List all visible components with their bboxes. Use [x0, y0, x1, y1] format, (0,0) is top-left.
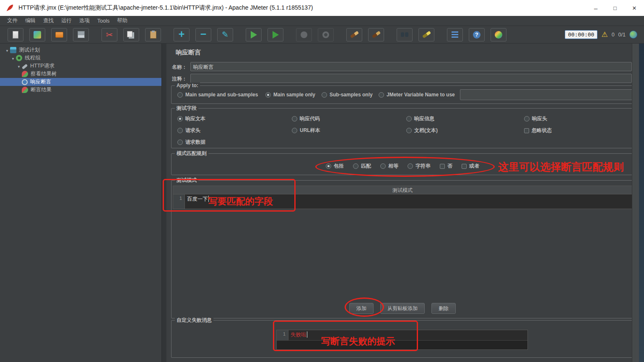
jmeter-variable-input[interactable] — [460, 89, 634, 100]
function-helper-button[interactable] — [447, 28, 463, 41]
pattern-row[interactable]: 1 百度一下 — [173, 194, 632, 209]
view-results-tree-icon — [22, 71, 28, 77]
desktop-edge — [639, 44, 644, 362]
page-title: 响应断言 — [176, 49, 201, 57]
radio-icon — [406, 116, 412, 122]
tree-item-test-plan[interactable]: 测试计划 — [0, 46, 161, 54]
radio-main-sample-and-subsamples[interactable]: Main sample and sub-samples — [177, 92, 258, 98]
play-icon — [251, 31, 257, 39]
about-button[interactable] — [491, 28, 506, 41]
pattern-cell[interactable]: 百度一下 — [185, 194, 632, 209]
comment-input[interactable] — [190, 74, 632, 83]
checkbox-or[interactable]: 或者 — [462, 163, 479, 170]
clear-all-button[interactable] — [368, 28, 384, 41]
response-assertion-icon — [22, 79, 28, 85]
toggle-element-button[interactable] — [217, 28, 233, 41]
radio-checked-icon — [326, 163, 331, 169]
radio-url-sampled[interactable]: URL样本 — [292, 127, 320, 134]
templates-button[interactable] — [29, 28, 45, 41]
outer-scrollbar[interactable] — [636, 44, 639, 362]
menu-edit[interactable]: 编辑 — [21, 16, 39, 25]
reset-search-button[interactable] — [418, 28, 434, 41]
play-no-pauses-icon — [273, 31, 279, 39]
title-bar: HTTP请求.jmx (E:\jmeter性能测试工具\apache-jmete… — [0, 0, 644, 16]
apply-to-legend: Apply to: — [175, 83, 200, 88]
checkbox-ignore-status[interactable]: 忽略状态 — [524, 127, 552, 134]
expand-arrow-icon[interactable] — [4, 47, 10, 53]
patterns-table: 测试模式 1 百度一下 — [173, 186, 632, 209]
menu-run[interactable]: 运行 — [57, 16, 75, 25]
save-button[interactable] — [73, 28, 89, 41]
radio-sub-samples-only[interactable]: Sub-samples only — [322, 92, 373, 98]
copy-icon — [127, 31, 132, 37]
menu-file[interactable]: 文件 — [3, 16, 21, 25]
failure-message-cell[interactable]: 失败啦 — [288, 330, 527, 340]
menu-search[interactable]: 查找 — [39, 16, 57, 25]
cut-button[interactable] — [101, 28, 117, 41]
jmeter-feather-icon — [5, 3, 14, 13]
delete-button[interactable]: 删除 — [431, 303, 456, 314]
radio-request-data[interactable]: 请求数据 — [177, 139, 205, 146]
expand-arrow-icon[interactable] — [10, 55, 16, 61]
paste-button[interactable] — [145, 28, 161, 41]
stop-button[interactable] — [296, 28, 312, 41]
save-icon — [78, 31, 85, 38]
expand-all-button[interactable] — [174, 28, 190, 41]
add-button[interactable]: 添加 — [349, 303, 374, 314]
new-file-button[interactable] — [8, 28, 23, 41]
radio-matches[interactable]: 匹配 — [353, 163, 371, 170]
tree-item-thread-group[interactable]: 线程组 — [0, 54, 161, 62]
warning-icon[interactable] — [601, 30, 608, 39]
checkbox-not[interactable]: 否 — [440, 163, 452, 170]
radio-response-text[interactable]: 响应文本 — [177, 115, 205, 122]
radio-substring[interactable]: 字符串 — [408, 163, 431, 170]
minimize-button[interactable] — [586, 0, 605, 16]
clear-button[interactable] — [346, 28, 362, 41]
main-scrollbar[interactable] — [632, 44, 636, 362]
radio-response-message[interactable]: 响应信息 — [406, 115, 434, 122]
radio-jmeter-variable[interactable]: JMeter Variable Name to use — [379, 92, 455, 98]
menu-options[interactable]: 选项 — [75, 16, 93, 25]
search-button[interactable] — [397, 28, 413, 41]
close-button[interactable] — [625, 0, 644, 16]
remote-globe-icon[interactable] — [629, 31, 637, 39]
menu-bar: 文件 编辑 查找 运行 选项 Tools 帮助 — [0, 16, 644, 26]
menu-tools[interactable]: Tools — [93, 17, 113, 25]
toolbar-status-cluster: 00:00:00 0 0/1 — [565, 30, 644, 39]
collapse-all-button[interactable] — [195, 28, 211, 41]
response-assertion-panel: 响应断言 名称： 响应断言 注释： Apply to: Main sample … — [166, 44, 636, 362]
radio-contains[interactable]: 包括 — [326, 163, 344, 170]
tree-item-response-assertion[interactable]: 响应断言 — [0, 78, 161, 86]
start-no-pauses-button[interactable] — [267, 28, 283, 41]
radio-document-text[interactable]: 文档(文本) — [406, 127, 438, 134]
radio-request-headers[interactable]: 请求头 — [177, 127, 200, 134]
http-request-icon — [22, 64, 28, 70]
radio-response-code[interactable]: 响应代码 — [292, 115, 320, 122]
add-from-clipboard-button[interactable]: 从剪贴板添加 — [380, 303, 425, 314]
tree-item-assertion-results[interactable]: 断言结果 — [0, 86, 161, 94]
radio-equals[interactable]: 相等 — [380, 163, 398, 170]
radio-icon — [322, 92, 327, 98]
main-toolbar: 00:00:00 0 0/1 — [0, 26, 644, 44]
start-button[interactable] — [246, 28, 262, 41]
tree-item-view-results-tree[interactable]: 察看结果树 — [0, 70, 161, 78]
radio-response-headers[interactable]: 响应头 — [524, 115, 547, 122]
reset-search-icon — [422, 31, 431, 39]
failure-empty-row[interactable] — [277, 340, 527, 349]
tree-main-splitter[interactable] — [162, 44, 166, 362]
patterns-table-header[interactable]: 测试模式 — [173, 186, 632, 194]
failure-row[interactable]: 1 失败啦 — [277, 330, 527, 340]
shutdown-button[interactable] — [318, 28, 334, 41]
radio-icon — [177, 92, 183, 98]
copy-button[interactable] — [123, 28, 139, 41]
name-input[interactable]: 响应断言 — [190, 62, 632, 71]
assertion-results-icon — [22, 87, 28, 93]
open-file-button[interactable] — [51, 28, 67, 41]
maximize-button[interactable] — [605, 0, 625, 16]
tree-item-http-request[interactable]: HTTP请求 — [0, 62, 161, 70]
radio-main-sample-only[interactable]: Main sample only — [265, 92, 315, 98]
help-button[interactable] — [469, 28, 485, 41]
expand-arrow-icon[interactable] — [16, 63, 22, 69]
tree-item-label: 测试计划 — [19, 47, 40, 54]
menu-help[interactable]: 帮助 — [113, 16, 131, 25]
